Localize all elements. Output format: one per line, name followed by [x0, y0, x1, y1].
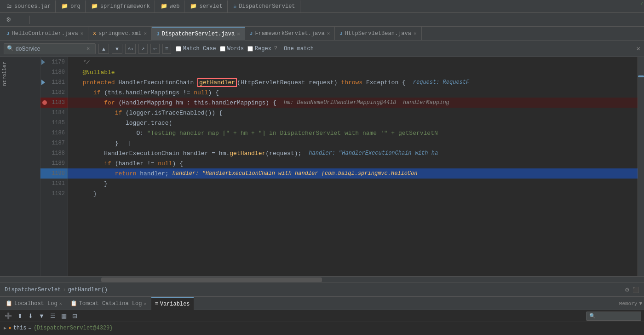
tab-close-button[interactable]: ✕: [327, 30, 330, 36]
regex-label: Regex: [255, 46, 271, 52]
tab-close-button[interactable]: ✕: [80, 30, 84, 36]
search-find-word-button[interactable]: Aa: [125, 44, 136, 54]
tab-close-button[interactable]: ✕: [237, 31, 240, 37]
inline-hint-1183: hm: BeanNameUrlHandlerMapping@4418 handl…: [284, 99, 449, 106]
debug-filter-button[interactable]: ▼: [37, 312, 46, 320]
match-case-option[interactable]: Match Case: [176, 46, 216, 52]
breadcrumb-expand-button[interactable]: ⬛: [632, 287, 639, 293]
debug-table-button[interactable]: ▦: [59, 312, 69, 320]
editor-tab-bar: J HelloController.java ✕ X springmvc.xml…: [0, 27, 644, 40]
code-line-1189: if (handler != null) {: [68, 158, 638, 168]
tab-close-button[interactable]: ✕: [414, 30, 417, 36]
left-side-panel: ntroller: [0, 57, 40, 276]
breadcrumb-settings-button[interactable]: ⚙: [625, 287, 630, 293]
variable-search-icon: 🔍: [589, 313, 596, 319]
code-line-1191: }: [68, 179, 638, 189]
debug-search-area: 🔍: [586, 312, 641, 321]
path-tab-org[interactable]: 📁 org: [57, 0, 86, 12]
search-bar: 🔍 ✕ ▲ ▼ Aa ↗ ↩ ≡ Match Case Words Regex …: [0, 40, 644, 57]
expand-arrow-this[interactable]: ▶: [4, 325, 6, 331]
words-checkbox[interactable]: [220, 46, 225, 52]
main-toolbar: ⚙ —: [0, 13, 644, 27]
path-tab-label: DispatcherServlet: [239, 3, 295, 10]
controller-label: ntroller: [0, 57, 40, 91]
search-input[interactable]: [16, 46, 85, 52]
path-tab-label: org: [70, 3, 80, 10]
settings-button[interactable]: ⚙: [4, 15, 14, 24]
debug-toolbar: ➕ ⬆ ⬇ ▼ ☰ ▦ ⊟ 🔍: [0, 310, 644, 322]
words-option[interactable]: Words: [220, 46, 244, 52]
path-tab-dispatcherservlet[interactable]: ☕ DispatcherServlet: [229, 0, 300, 12]
search-next-button[interactable]: ▼: [112, 44, 122, 54]
tab-httpservletbean[interactable]: J HttpServletBean.java ✕: [335, 27, 421, 40]
horizontal-scrollbar[interactable]: [0, 276, 644, 283]
tab-close-button[interactable]: ✕: [144, 301, 146, 306]
scroll-thumb[interactable]: [638, 75, 644, 77]
search-close-button[interactable]: ✕: [637, 45, 640, 52]
regex-checkbox[interactable]: [247, 46, 253, 52]
debug-step-down-button[interactable]: ⬇: [26, 312, 35, 320]
archive-icon: 🗂: [6, 3, 12, 10]
tab-close-button[interactable]: ✕: [59, 301, 62, 306]
debug-expand-button[interactable]: ☰: [48, 312, 58, 320]
java-icon: J: [339, 31, 343, 36]
variable-row-request: ▶ ● request = {RequestFacade@4332}: [0, 333, 644, 335]
path-tab-servlet[interactable]: 📁 servlet: [185, 0, 227, 12]
code-line-1186: O: "Testing handler map [" + hm + "] in …: [68, 128, 638, 138]
bottom-tab-variables[interactable]: ≡ Variables: [151, 297, 194, 310]
line-1182: 1182: [40, 87, 68, 98]
tab-dispatcherservlet[interactable]: J DispatcherServlet.java ✕: [152, 27, 245, 40]
match-case-label: Match Case: [183, 46, 216, 52]
code-line-1182: if (this.handlerMappings != null) {: [68, 87, 638, 98]
match-case-checkbox[interactable]: [176, 46, 181, 52]
code-content: */ @Nullable protected HandlerExecutionC…: [68, 57, 638, 276]
search-result-count: One match: [284, 46, 314, 52]
search-clear-button[interactable]: ✕: [86, 45, 90, 52]
path-tab-sources[interactable]: 🗂 sources.jar: [2, 0, 56, 12]
bottom-tab-localhost[interactable]: 📋 Localhost Log ✕: [2, 297, 66, 310]
search-wrap-button[interactable]: ↩: [150, 44, 160, 54]
path-tab-springframework[interactable]: 📁 springframework: [86, 0, 155, 12]
code-line-1180: @Nullable: [68, 67, 638, 77]
vertical-scrollbar[interactable]: ✓: [638, 57, 644, 276]
line-1188: 1188: [40, 148, 68, 158]
minimize-button[interactable]: —: [16, 15, 26, 24]
line-1189: 1189: [40, 158, 68, 168]
line-1183[interactable]: 1183: [40, 98, 68, 108]
code-line-1190: return handler; handler: "HandlerExecuti…: [68, 168, 638, 179]
java-icon: ☕: [233, 3, 236, 10]
bottom-tab-bar: 📋 Localhost Log ✕ 📋 Tomcat Catalina Log …: [0, 297, 644, 310]
search-forward-button[interactable]: ↗: [138, 44, 148, 54]
breakpoint-1183[interactable]: [42, 100, 47, 105]
line-numbers-column: 1179 1180 1181 1182 1183 1184: [40, 57, 68, 276]
tab-icon: 📋: [6, 300, 12, 307]
line-1190: 1190: [40, 168, 68, 179]
line-gutter: ntroller 1179 1180 1181 1182: [0, 57, 68, 276]
search-filter-button[interactable]: ≡: [162, 44, 171, 54]
path-tab-label: web: [170, 3, 180, 10]
breadcrumb-class: DispatcherServlet: [5, 287, 61, 293]
search-input-container: 🔍 ✕: [4, 43, 96, 54]
debug-collapse-button[interactable]: ⊟: [70, 312, 79, 320]
debug-add-button[interactable]: ➕: [3, 312, 14, 320]
tab-close-button[interactable]: ✕: [144, 30, 147, 36]
h-scroll-thumb[interactable]: [101, 277, 322, 282]
search-prev-button[interactable]: ▲: [98, 44, 109, 54]
tab-springmvc-xml[interactable]: X springmvc.xml ✕: [88, 27, 152, 40]
tab-hellocontroller[interactable]: J HelloController.java ✕: [2, 27, 88, 40]
bottom-tab-tomcat[interactable]: 📋 Tomcat Catalina Log ✕: [67, 297, 150, 310]
debug-step-over-button[interactable]: ⬆: [16, 312, 24, 320]
line-1185: 1185: [40, 118, 68, 128]
path-tab-web[interactable]: 📁 web: [156, 0, 185, 12]
code-line-1179: */: [68, 57, 638, 67]
tab-frameworkservlet[interactable]: J FrameworkServlet.java ✕: [245, 27, 335, 40]
regex-option[interactable]: Regex ?: [247, 46, 277, 52]
variable-search-input-wrap: 🔍: [586, 312, 641, 321]
breadcrumb-method: getHandler(): [68, 287, 108, 293]
scroll-indicator: ✓: [640, 1, 643, 6]
variable-row-this: ▶ ● this = {DispatcherServlet@4329}: [0, 323, 644, 333]
code-line-1192: }: [68, 189, 638, 199]
bookmark-1179: [41, 59, 45, 65]
tab-label: HelloController.java: [12, 30, 78, 37]
java-icon: J: [6, 31, 10, 36]
